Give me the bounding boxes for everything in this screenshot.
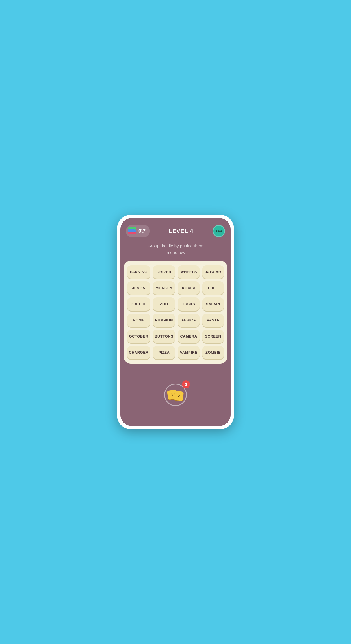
tile-pizza[interactable]: PIZZA: [153, 346, 175, 359]
hint-tiles: 1 2: [166, 390, 185, 399]
tile-africa[interactable]: AFRICA: [178, 314, 199, 327]
tile-fuel[interactable]: FUEL: [202, 281, 224, 295]
tile-zombie[interactable]: ZOMBIE: [202, 346, 224, 359]
tile-monkey[interactable]: MONKEY: [153, 281, 175, 295]
tile-camera[interactable]: CAMERA: [178, 330, 199, 343]
tile-jaguar[interactable]: JAGUAR: [202, 265, 224, 279]
layer-bot-icon: [128, 232, 136, 234]
layers-icon: [128, 227, 137, 236]
tile-tusks[interactable]: TUSKS: [178, 297, 199, 311]
menu-button[interactable]: [213, 225, 225, 237]
tile-pasta[interactable]: PASTA: [202, 314, 224, 327]
tile-safari[interactable]: SAFARI: [202, 297, 224, 311]
tile-october[interactable]: OCTOBER: [127, 330, 150, 343]
hint-badge: 3: [182, 380, 190, 388]
tile-greece[interactable]: GREECE: [127, 297, 150, 311]
tile-screen[interactable]: SCREEN: [202, 330, 224, 343]
hint-container[interactable]: 1 2 3: [163, 382, 188, 408]
score-badge: 0\7: [126, 225, 150, 237]
tile-jenga[interactable]: JENGA: [127, 281, 150, 295]
phone-inner: 0\7 LEVEL 4 Group the tile by putting th…: [120, 218, 231, 426]
tile-driver[interactable]: DRIVER: [153, 265, 175, 279]
bottom-area: 1 2 3: [120, 364, 231, 426]
tile-wheels[interactable]: WHEELS: [178, 265, 199, 279]
tile-buttons[interactable]: BUTTONS: [153, 330, 175, 343]
level-title: LEVEL 4: [169, 228, 194, 234]
tile-zoo[interactable]: ZOO: [153, 297, 175, 311]
hint-tile-2: 2: [174, 391, 184, 401]
tile-charger[interactable]: CHARGER: [127, 346, 150, 359]
tile-koala[interactable]: KOALA: [178, 281, 199, 295]
tile-pumpkin[interactable]: PUMPKIN: [153, 314, 175, 327]
game-board: PARKINGDRIVERWHEELSJAGUARJENGAMONKEYKOAL…: [124, 261, 227, 364]
instruction-text: Group the tile by putting them in one ro…: [120, 242, 231, 261]
header: 0\7 LEVEL 4: [120, 218, 231, 242]
tile-rome[interactable]: ROME: [127, 314, 150, 327]
tile-parking[interactable]: PARKING: [127, 265, 150, 279]
menu-dots-icon: [216, 230, 222, 232]
score-display: 0\7: [138, 228, 146, 234]
tile-vampire[interactable]: VAMPIRE: [178, 346, 199, 359]
phone-frame: 0\7 LEVEL 4 Group the tile by putting th…: [117, 215, 234, 429]
